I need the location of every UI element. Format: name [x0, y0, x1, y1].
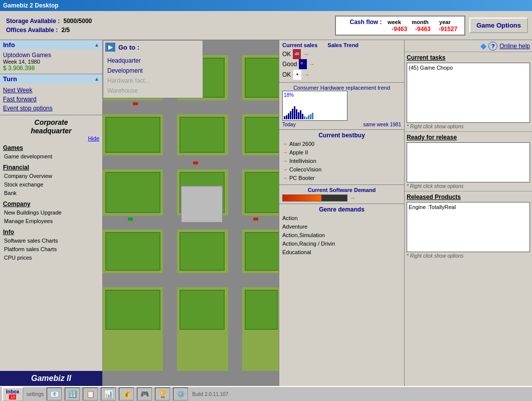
genre-item: Adventure	[282, 223, 401, 231]
bestbuy-item: →Atari 2600	[282, 140, 401, 148]
task-item-1[interactable]: (45) Game Chopo	[409, 65, 528, 71]
bestbuy-title: Current bestbuy	[282, 132, 401, 139]
bestbuy-arrow: →	[282, 157, 288, 165]
svg-rect-10	[304, 116, 305, 119]
software-sales-link[interactable]: Software sales Charts	[3, 237, 99, 245]
sales-status-3: OK	[282, 70, 291, 79]
demand-bar-outer	[282, 194, 347, 202]
week-info: Week 14, 1980	[3, 59, 99, 65]
menu-section: Games Game development Financial Company…	[3, 144, 99, 262]
taskbar-icon-4[interactable]: 📊	[101, 387, 116, 400]
taskbar-icon-2[interactable]: 🔢	[65, 387, 80, 400]
game-development-link[interactable]: Game development	[3, 152, 99, 161]
next-week-link[interactable]: Next Week	[3, 86, 99, 95]
stock-exchange-link[interactable]: Stock exchange	[3, 180, 99, 189]
taskbar-icon-7[interactable]: 🏆	[155, 387, 170, 400]
released-section: Released Products Engine :TotallyReal * …	[405, 191, 532, 386]
svg-rect-4	[292, 109, 293, 119]
svg-rect-14	[312, 113, 313, 119]
build-info: Build 2.0.11.107	[192, 391, 228, 397]
released-title: Released Products	[407, 193, 530, 200]
taskbar: Inbox 10 settings 📧 🔢 📋 📊 💰 🎮 🏆 ⚙️ Build…	[0, 386, 532, 401]
taskbar-icon-5[interactable]: 💰	[119, 387, 134, 400]
company-overview-link[interactable]: Company Overview	[3, 172, 99, 180]
turn-collapse-btn[interactable]: ▲	[94, 76, 99, 82]
released-hint: * Right click show options	[407, 253, 530, 259]
chart-same-week: same week 1981	[363, 122, 401, 127]
help-icon[interactable]: ?	[488, 42, 497, 51]
svg-rect-6	[296, 109, 297, 119]
svg-rect-3	[290, 111, 291, 119]
new-buildings-link[interactable]: New Buildings Upgrade	[3, 209, 99, 217]
financial-category[interactable]: Financial	[3, 164, 99, 171]
tasks-hint: * Right click show options	[407, 124, 530, 129]
inbox-label: Inbox	[6, 389, 20, 394]
sales-status-2: Good	[282, 60, 297, 69]
storage-value: 5000/5000	[64, 18, 92, 25]
taskbar-icon-3[interactable]: 📋	[83, 387, 98, 400]
title-bar: Gamebiz 2 Desktop	[0, 0, 532, 11]
car-2	[193, 161, 198, 164]
cpu-prices-link[interactable]: CPU prices	[3, 254, 99, 262]
week-col-label: week	[388, 19, 401, 25]
app-title: Gamebiz 2 Desktop	[3, 2, 59, 9]
cashflow-year-value: -91527	[439, 26, 457, 33]
bestbuy-item-label: Atari 2600	[289, 140, 314, 148]
svg-rect-2	[288, 113, 289, 119]
year-col-label: year	[439, 19, 451, 25]
goto-arrow[interactable]: ▶	[105, 43, 115, 52]
company-name: Uptodown Games	[3, 52, 99, 59]
month-col-label: month	[412, 19, 429, 25]
grass-16	[105, 290, 160, 330]
info-category2[interactable]: Info	[3, 229, 99, 236]
building-1	[181, 185, 223, 223]
diamond-icon: ◆	[480, 41, 486, 51]
games-category[interactable]: Games	[3, 144, 99, 151]
inbox-button[interactable]: Inbox 10	[2, 387, 24, 402]
genre-title: Genre demands	[282, 206, 401, 213]
grass-5	[105, 117, 160, 153]
online-help-label[interactable]: Online help	[499, 43, 530, 50]
manage-employees-link[interactable]: Manage Employees	[3, 217, 99, 226]
grass-11	[245, 172, 279, 213]
taskbar-icon-6[interactable]: 🎮	[137, 387, 152, 400]
grass-15	[245, 232, 279, 271]
info-header: Info ▲	[0, 40, 102, 50]
software-demand: Current Software Demand →	[279, 185, 404, 204]
storage-label: Storage Available :	[6, 18, 60, 25]
sales-header: Current sales Sales Trend	[282, 42, 401, 48]
goto-label: Go to :	[118, 44, 139, 51]
genre-item: Action,Racing / Drivin	[282, 240, 401, 248]
taskbar-icon-1[interactable]: 📧	[47, 387, 62, 400]
flag-us: 🇺🇸	[293, 49, 301, 59]
ready-hint: * Right click show options	[407, 183, 530, 189]
bestbuy-section: Current bestbuy →Atari 2600→Apple II→Int…	[279, 130, 404, 185]
event-stop-link[interactable]: Event stop options	[3, 104, 99, 113]
consumer-hw-title: Consumer Hardware replacement trend	[282, 85, 401, 91]
svg-rect-0	[284, 116, 285, 119]
released-item-1[interactable]: Engine :TotallyReal	[409, 204, 528, 210]
bestbuy-items: →Atari 2600→Apple II→Intellivision→Colec…	[282, 140, 401, 182]
goto-item: Warehouse	[105, 86, 201, 96]
sales-trend-label: Sales Trend	[327, 42, 359, 48]
company-category[interactable]: Company	[3, 200, 99, 208]
goto-item[interactable]: Headquarter	[105, 56, 201, 66]
bank-link[interactable]: Bank	[3, 189, 99, 197]
goto-item[interactable]: Development	[105, 66, 201, 76]
cash-flow-title: Cash flow :	[350, 19, 382, 26]
bestbuy-item: →ColecoVision	[282, 165, 401, 174]
main-area: Info ▲ Uptodown Games Week 14, 1980 $ 3.…	[0, 40, 532, 386]
corp-section: Corporate headquarter Hide Games Game de…	[0, 115, 102, 265]
grass-14	[180, 232, 225, 271]
tasks-box: (45) Game Chopo	[407, 63, 530, 123]
storage-info: Storage Available : 5000/5000 Offices Av…	[2, 17, 331, 35]
taskbar-icon-8[interactable]: ⚙️	[173, 387, 188, 400]
corp-hide-link[interactable]: Hide	[3, 135, 99, 141]
info-collapse-btn[interactable]: ▲	[94, 42, 99, 48]
game-options-button[interactable]: Game Options	[469, 18, 528, 33]
demand-bar-inner	[283, 195, 321, 201]
svg-rect-5	[294, 106, 295, 119]
cashflow-week-value: -9463	[392, 26, 407, 33]
fast-forward-link[interactable]: Fast forward	[3, 95, 99, 104]
platform-sales-link[interactable]: Platform sales Charts	[3, 245, 99, 254]
